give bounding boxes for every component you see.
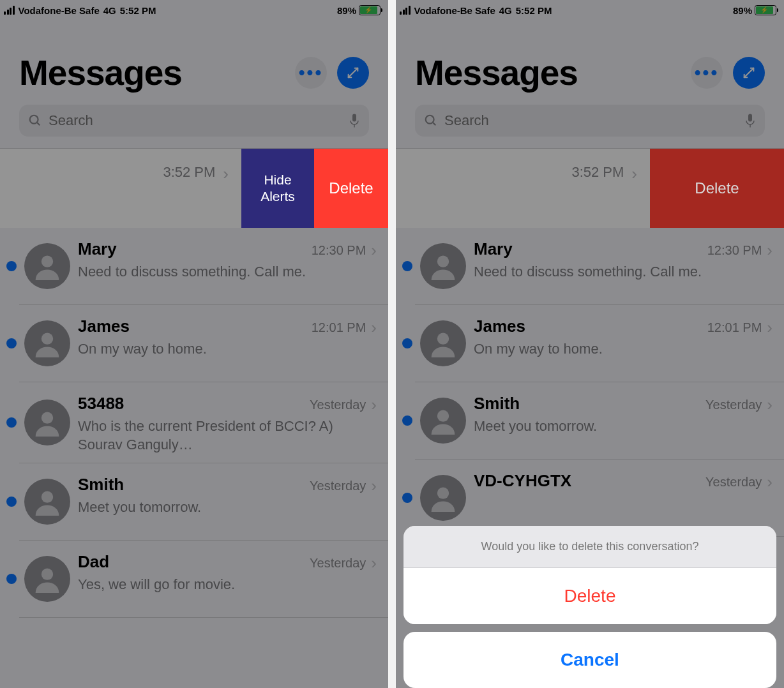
network-label: 4G xyxy=(499,5,512,16)
swipe-delete-button[interactable]: Delete xyxy=(650,149,784,228)
unread-dot-icon xyxy=(402,493,412,503)
phone-right: Vodafone-Be Safe 4G 5:52 PM 89% ⚡ Messag… xyxy=(396,0,784,688)
contact-name: Mary xyxy=(474,239,513,259)
swiped-conversation-row[interactable]: 3:52 PM › Delete xyxy=(396,149,784,228)
compose-button[interactable] xyxy=(337,57,369,89)
message-preview xyxy=(474,492,773,495)
contact-name: James xyxy=(78,317,130,336)
chevron-icon: › xyxy=(223,164,229,184)
carrier-label: Vodafone-Be Safe xyxy=(414,5,495,16)
message-preview: On my way to home. xyxy=(474,338,773,359)
chevron-icon: › xyxy=(371,395,377,415)
message-preview: Who is the current President of BCCI? A)… xyxy=(78,415,377,454)
search-icon xyxy=(28,114,42,128)
page-title: Messages xyxy=(19,52,182,93)
chevron-icon: › xyxy=(371,553,377,573)
svg-point-16 xyxy=(437,488,449,499)
sheet-prompt: Would you like to delete this conversati… xyxy=(403,526,776,568)
message-time: 12:01 PM› xyxy=(707,318,773,338)
contact-name: Dad xyxy=(78,552,109,572)
conversation-row[interactable]: VD-CYHGTXYesterday› xyxy=(396,460,784,536)
carrier-label: Vodafone-Be Safe xyxy=(19,5,100,16)
mic-icon[interactable] xyxy=(744,113,756,128)
chevron-icon: › xyxy=(767,241,773,260)
conversation-row[interactable]: Mary12:30 PM›Need to discuss something. … xyxy=(0,228,388,304)
phone-left: Vodafone-Be Safe 4G 5:52 PM 89% ⚡ Messag… xyxy=(0,0,388,688)
more-button[interactable]: ••• xyxy=(691,57,723,89)
conversation-row[interactable]: SmithYesterday›Meet you tomorrow. xyxy=(396,382,784,459)
compose-icon xyxy=(346,66,360,80)
page-header: Messages ••• xyxy=(0,20,388,100)
message-preview: Yes, we will go for movie. xyxy=(78,573,377,594)
svg-line-1 xyxy=(37,123,40,126)
contact-name: Mary xyxy=(78,239,117,259)
battery-icon: ⚡ xyxy=(359,5,381,15)
avatar xyxy=(24,479,70,525)
swipe-delete-button[interactable]: Delete xyxy=(314,149,388,228)
mic-icon[interactable] xyxy=(349,113,360,128)
svg-point-8 xyxy=(41,569,53,580)
page-title: Messages xyxy=(415,52,578,93)
unread-dot-icon xyxy=(6,261,17,271)
contact-name: VD-CYHGTX xyxy=(474,471,571,491)
message-preview: Need to discuss something. Call me. xyxy=(78,260,377,281)
svg-point-0 xyxy=(30,116,38,124)
battery-pct: 89% xyxy=(733,5,752,16)
chevron-icon: › xyxy=(371,241,377,260)
unread-dot-icon xyxy=(6,417,17,428)
swiped-conversation-row[interactable]: 3:52 PM › Hide Alerts Delete xyxy=(0,149,388,228)
status-bar: Vodafone-Be Safe 4G 5:52 PM 89% ⚡ xyxy=(0,0,388,20)
message-time: Yesterday› xyxy=(310,476,377,496)
compose-icon xyxy=(742,66,756,80)
message-time: 12:30 PM› xyxy=(312,241,377,260)
unread-dot-icon xyxy=(402,338,412,348)
svg-point-9 xyxy=(426,116,434,124)
search-field[interactable] xyxy=(415,105,765,137)
conversation-row[interactable]: Mary12:30 PM›Need to discuss something. … xyxy=(396,228,784,304)
sheet-delete-button[interactable]: Delete xyxy=(403,568,776,624)
battery-icon: ⚡ xyxy=(755,5,776,15)
sheet-cancel-button[interactable]: Cancel xyxy=(403,632,776,688)
signal-icon xyxy=(400,6,411,15)
chevron-icon: › xyxy=(631,164,637,184)
message-preview: Meet you tomorrow. xyxy=(78,496,377,517)
more-button[interactable]: ••• xyxy=(295,57,327,89)
clock-label: 5:52 PM xyxy=(516,5,552,16)
compose-button[interactable] xyxy=(733,57,765,89)
conversation-row[interactable]: James12:01 PM›On my way to home. xyxy=(396,305,784,382)
chevron-icon: › xyxy=(767,395,773,415)
contact-name: James xyxy=(474,317,525,336)
message-time: 12:30 PM› xyxy=(707,241,773,260)
unread-dot-icon xyxy=(6,338,17,348)
avatar xyxy=(420,398,466,444)
avatar xyxy=(420,243,466,289)
left-list: Mary12:30 PM›Need to discuss something. … xyxy=(0,228,388,618)
unread-dot-icon xyxy=(6,497,17,507)
contact-name: Smith xyxy=(78,475,124,495)
svg-rect-11 xyxy=(748,114,752,122)
svg-rect-2 xyxy=(352,114,356,122)
chevron-icon: › xyxy=(371,318,377,338)
avatar xyxy=(24,320,70,366)
conversation-row[interactable]: SmithYesterday›Meet you tomorrow. xyxy=(0,463,388,540)
message-time: Yesterday› xyxy=(705,395,773,415)
search-input[interactable] xyxy=(444,112,738,129)
search-field[interactable] xyxy=(19,105,369,137)
svg-point-4 xyxy=(41,256,53,267)
message-preview: Need to discuss something. Call me. xyxy=(474,260,773,281)
contact-name: Smith xyxy=(474,394,520,414)
avatar xyxy=(24,400,70,445)
page-header: Messages ••• xyxy=(396,20,784,100)
search-input[interactable] xyxy=(49,112,342,129)
message-time: 12:01 PM› xyxy=(312,318,377,338)
signal-icon xyxy=(4,6,15,15)
svg-point-5 xyxy=(41,333,53,345)
hide-alerts-button[interactable]: Hide Alerts xyxy=(241,149,314,228)
chevron-icon: › xyxy=(371,476,377,496)
conversation-row[interactable]: DadYesterday›Yes, we will go for movie. xyxy=(0,541,388,617)
conversation-row[interactable]: 53488Yesterday›Who is the current Presid… xyxy=(0,382,388,463)
svg-point-7 xyxy=(41,491,53,503)
conversation-row[interactable]: James12:01 PM›On my way to home. xyxy=(0,305,388,382)
avatar xyxy=(420,320,466,366)
swiped-row-time: 3:52 PM xyxy=(571,164,624,181)
